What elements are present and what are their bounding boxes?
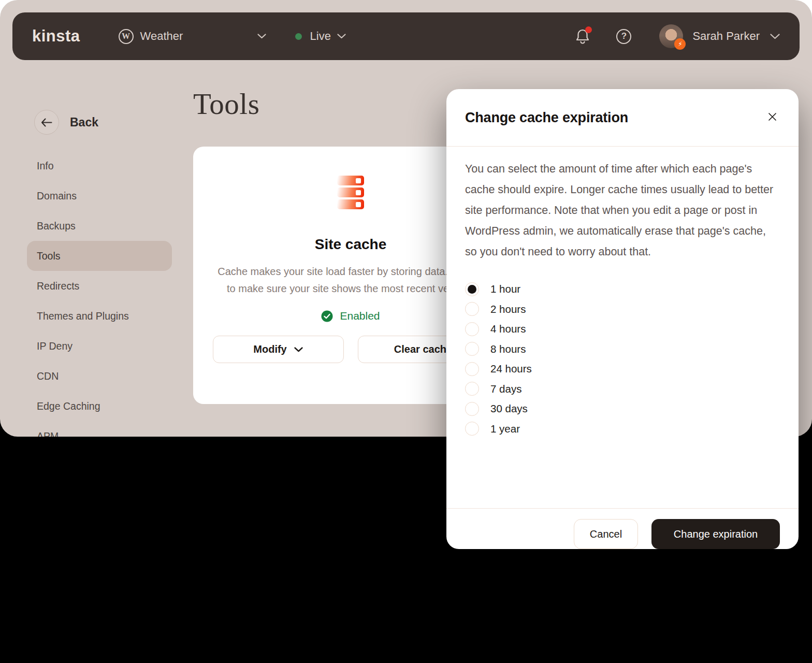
user-name: Sarah Parker: [692, 30, 760, 43]
sidebar-item-edge-caching[interactable]: Edge Caching: [27, 391, 172, 421]
change-cache-expiration-modal: Change cache expiration You can select t…: [446, 89, 799, 549]
radio-icon: [465, 322, 479, 336]
modal-header: Change cache expiration: [446, 89, 799, 147]
close-icon: [768, 112, 777, 121]
user-avatar[interactable]: ⚡: [659, 24, 683, 48]
site-name: Weather: [140, 30, 183, 43]
sidebar-item-label: Redirects: [37, 280, 79, 292]
cache-expiration-options: 1 hour 2 hours 4 hours 8 hours 24 hours: [465, 279, 780, 439]
arrow-left-icon: [41, 118, 52, 127]
sidebar-item-label: Domains: [37, 190, 77, 202]
question-mark-icon: ?: [621, 31, 627, 41]
radio-icon: [465, 362, 479, 376]
radio-option-1-hour[interactable]: 1 hour: [465, 279, 780, 299]
radio-option-30-days[interactable]: 30 days: [465, 399, 780, 419]
notifications-button[interactable]: [575, 27, 590, 45]
radio-option-8-hours[interactable]: 8 hours: [465, 339, 780, 359]
live-status-dot: [295, 33, 302, 40]
top-navbar: kinsta W Weather Live: [12, 12, 800, 60]
radio-option-label: 8 hours: [490, 343, 526, 355]
radio-icon: [465, 422, 479, 436]
chevron-down-icon: [257, 34, 266, 39]
wordpress-icon: W: [119, 29, 134, 44]
radio-icon: [465, 302, 479, 316]
radio-icon: [465, 282, 479, 296]
sidebar-item-label: Edge Caching: [37, 400, 100, 412]
cache-bar: [337, 199, 364, 209]
sidebar-item-cdn[interactable]: CDN: [27, 361, 172, 391]
chevron-down-icon: [337, 34, 346, 39]
back-button[interactable]: Back: [34, 110, 98, 135]
cache-bar: [337, 188, 364, 197]
kinsta-logo: kinsta: [32, 27, 80, 46]
radio-option-24-hours[interactable]: 24 hours: [465, 359, 780, 379]
back-label: Back: [70, 116, 98, 129]
close-button[interactable]: [763, 108, 781, 125]
sidebar-item-label: CDN: [37, 370, 59, 382]
page-title: Tools: [193, 87, 259, 121]
radio-option-label: 1 year: [490, 423, 520, 435]
notification-badge: [585, 26, 592, 33]
status-badge: Enabled: [340, 310, 380, 322]
radio-option-label: 4 hours: [490, 323, 526, 335]
sidebar-item-apm[interactable]: APM: [27, 421, 172, 437]
sidebar-nav: Info Domains Backups Tools Redirects The…: [27, 151, 172, 437]
cache-status: Enabled: [321, 310, 380, 322]
check-circle-icon: [321, 310, 333, 322]
radio-option-4-hours[interactable]: 4 hours: [465, 319, 780, 339]
modal-title: Change cache expiration: [465, 110, 780, 126]
radio-option-label: 30 days: [490, 402, 528, 415]
modal-description: You can select the amount of time after …: [465, 158, 780, 262]
radio-option-7-days[interactable]: 7 days: [465, 379, 780, 399]
modify-label: Modify: [253, 343, 286, 355]
chevron-down-icon[interactable]: [770, 34, 780, 39]
radio-icon: [465, 382, 479, 396]
sidebar-item-redirects[interactable]: Redirects: [27, 271, 172, 301]
clear-cache-label: Clear cache: [394, 343, 452, 355]
sidebar-item-label: Tools: [37, 250, 61, 262]
modify-button[interactable]: Modify: [213, 336, 344, 363]
environment-label: Live: [310, 30, 331, 43]
sidebar-item-backups[interactable]: Backups: [27, 211, 172, 241]
radio-option-label: 24 hours: [490, 363, 532, 375]
sidebar-item-tools[interactable]: Tools: [27, 241, 172, 271]
sidebar-item-label: Backups: [37, 220, 76, 232]
back-arrow-circle: [34, 110, 59, 135]
modal-footer: Cancel Change expiration: [446, 508, 799, 549]
radio-option-label: 7 days: [490, 383, 521, 395]
sidebar-item-label: Info: [37, 160, 54, 172]
site-selector-dropdown[interactable]: W Weather: [119, 29, 266, 44]
card-title: Site cache: [315, 236, 387, 253]
navbar-right-group: ? ⚡ Sarah Parker: [575, 24, 780, 48]
change-expiration-button[interactable]: Change expiration: [651, 519, 780, 549]
radio-option-1-year[interactable]: 1 year: [465, 419, 780, 439]
radio-icon: [465, 342, 479, 356]
cancel-button[interactable]: Cancel: [574, 519, 638, 549]
environment-selector-dropdown[interactable]: Live: [295, 30, 346, 43]
sidebar-item-label: Themes and Plugins: [37, 310, 129, 322]
cache-bar: [337, 176, 364, 185]
radio-icon: [465, 402, 479, 416]
sidebar-item-domains[interactable]: Domains: [27, 181, 172, 211]
sidebar-item-label: IP Deny: [37, 340, 72, 352]
radio-option-label: 1 hour: [490, 283, 520, 295]
sidebar-item-label: APM: [37, 430, 59, 437]
chevron-down-icon: [294, 347, 303, 352]
radio-option-2-hours[interactable]: 2 hours: [465, 299, 780, 320]
help-button[interactable]: ?: [616, 29, 631, 44]
sidebar-item-info[interactable]: Info: [27, 151, 172, 181]
modal-body: You can select the amount of time after …: [446, 147, 799, 439]
radio-option-label: 2 hours: [490, 303, 526, 315]
sidebar-item-ip-deny[interactable]: IP Deny: [27, 331, 172, 361]
server-cache-icon: [337, 176, 364, 209]
lightning-badge-icon: ⚡: [674, 38, 686, 50]
sidebar-item-themes-and-plugins[interactable]: Themes and Plugins: [27, 301, 172, 331]
